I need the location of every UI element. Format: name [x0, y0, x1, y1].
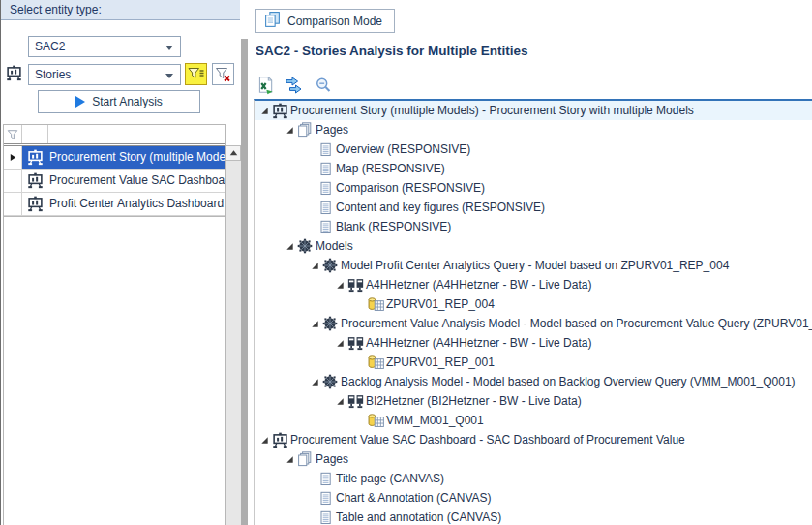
search-icon[interactable] — [314, 76, 333, 95]
tree-node-label: Comparison (RESPONSIVE) — [336, 181, 485, 195]
tree-node-label: Backlog Analysis Model - Model based on … — [341, 375, 796, 388]
story-list-item-label: Procurement Story (multiple Models) — [47, 146, 225, 169]
scroll-up-icon[interactable] — [226, 145, 241, 161]
tree-node[interactable]: VMM_M001_Q001 — [255, 411, 812, 430]
filter-row-icon[interactable] — [4, 125, 22, 143]
entity-subtype-value: Stories — [35, 68, 71, 81]
tree-node[interactable]: Models — [255, 236, 812, 256]
tree-node-label: ZPURV01_REP_004 — [386, 297, 495, 311]
tree-node[interactable]: Procurement Story (multiple Models) - Pr… — [255, 101, 812, 120]
analysis-panel: Comparison Mode SAC2 - Stories Analysis … — [254, 0, 812, 525]
expander-icon[interactable] — [333, 280, 346, 291]
tree-node[interactable]: Pages — [255, 449, 812, 469]
expander-icon[interactable] — [308, 377, 321, 387]
model-icon — [321, 316, 339, 331]
tree-node-label: Map (RESPONSIVE) — [336, 162, 445, 175]
page-icon — [316, 491, 334, 506]
pages-icon — [296, 451, 314, 467]
expander-icon[interactable] — [308, 261, 321, 271]
tree-node[interactable]: Model Profit Center Analytics Query - Mo… — [255, 256, 812, 275]
expander-icon[interactable] — [333, 396, 346, 407]
panel-splitter[interactable] — [241, 39, 248, 525]
tree-node[interactable]: Map (RESPONSIVE) — [255, 159, 812, 178]
story-list-item[interactable]: Procurement Story (multiple Models) — [4, 146, 225, 170]
tree-node-label: VMM_M001_Q001 — [386, 414, 484, 427]
tree-node[interactable]: Procurement Value Analysis Model - Model… — [255, 314, 812, 333]
tree-node[interactable]: Table and annotation (CANVAS) — [255, 508, 812, 525]
tree-node[interactable]: Blank (RESPONSIVE) — [255, 217, 812, 236]
excel-export-icon[interactable] — [256, 76, 275, 95]
tree-node[interactable]: Content and key figures (RESPONSIVE) — [255, 198, 812, 217]
tree-node[interactable]: Comparison (RESPONSIVE) — [255, 178, 812, 198]
tree-toolbar — [256, 76, 333, 95]
expander-icon[interactable] — [257, 106, 271, 116]
tree-node[interactable]: Title page (CANVAS) — [255, 469, 812, 488]
tree-node-label: Pages — [316, 123, 348, 137]
story-list-item[interactable]: Procurement Value SAC Dashboard — [4, 170, 225, 193]
tree-node-label: Pages — [316, 452, 348, 466]
tree-node[interactable]: A4HHetzner (A4HHetzner - BW - Live Data) — [255, 275, 812, 294]
entity-subtype-dropdown[interactable]: Stories — [28, 64, 181, 85]
connection-icon — [346, 335, 364, 352]
chevron-down-icon[interactable] — [165, 46, 173, 50]
tree-node-label: Procurement Value Analysis Model - Model… — [341, 317, 812, 330]
connection-icon — [346, 277, 364, 293]
connection-icon — [346, 393, 364, 410]
entity-type-dropdown[interactable]: SAC2 — [28, 36, 181, 57]
story-list-item[interactable]: Profit Center Analytics Dashboard (Pr — [4, 193, 225, 216]
tree-node[interactable]: Chart & Annotation (CANVAS) — [255, 488, 812, 508]
tree-node[interactable]: ZPURV01_REP_004 — [255, 294, 812, 314]
model-icon — [321, 258, 339, 273]
tree-node-label: Model Profit Center Analytics Query - Mo… — [341, 259, 729, 272]
tree-node[interactable]: Backlog Analysis Model - Model based on … — [255, 372, 812, 391]
expander-icon[interactable] — [333, 338, 346, 349]
tree-node-label: Table and annotation (CANVAS) — [336, 510, 501, 524]
tree-node-label: BI2Hetzner (BI2Hetzner - BW - Live Data) — [366, 394, 582, 408]
app-window: Select entity type: SAC2 Stories Start A… — [0, 0, 812, 525]
page-icon — [316, 472, 334, 486]
tree-node-label: Overview (RESPONSIVE) — [336, 142, 470, 156]
expander-icon[interactable] — [283, 454, 296, 465]
story-list-item-label: Procurement Value SAC Dashboard — [47, 170, 225, 192]
story-icon — [22, 170, 47, 192]
page-icon — [316, 510, 334, 525]
tree-node[interactable]: A4HHetzner (A4HHetzner - BW - Live Data) — [255, 333, 812, 353]
start-analysis-button[interactable]: Start Analysis — [38, 90, 200, 113]
icon-column-header[interactable] — [22, 125, 48, 143]
story-icon — [22, 146, 47, 169]
tree-node-label: Procurement Story (multiple Models) - Pr… — [290, 104, 694, 117]
story-icon — [22, 193, 47, 215]
comparison-mode-label: Comparison Mode — [287, 15, 382, 28]
query-icon — [367, 296, 384, 313]
comparison-pages-icon — [263, 11, 282, 32]
pages-icon — [296, 122, 314, 138]
page-icon — [316, 181, 334, 196]
page-icon — [316, 162, 334, 176]
tree-node[interactable]: Overview (RESPONSIVE) — [255, 139, 812, 159]
list-scrollbar[interactable] — [226, 145, 241, 525]
chevron-down-icon[interactable] — [165, 74, 173, 78]
comparison-mode-button[interactable]: Comparison Mode — [255, 9, 395, 33]
play-icon — [75, 96, 85, 108]
filter-button[interactable] — [185, 63, 207, 85]
tree-node[interactable]: Pages — [255, 120, 812, 139]
query-icon — [367, 413, 384, 429]
entity-selection-panel: Select entity type: SAC2 Stories Start A… — [0, 0, 255, 525]
tree-node[interactable]: Procurement Value SAC Dashboard - SAC Da… — [255, 430, 812, 449]
expander-icon[interactable] — [257, 435, 271, 446]
tree-node[interactable]: BI2Hetzner (BI2Hetzner - BW - Live Data) — [255, 391, 812, 411]
expander-icon[interactable] — [308, 319, 321, 329]
start-analysis-label: Start Analysis — [92, 95, 163, 108]
name-column-header[interactable] — [48, 125, 225, 143]
tree-node-label: Models — [316, 239, 353, 253]
tree-node-label: A4HHetzner (A4HHetzner - BW - Live Data) — [366, 336, 591, 350]
expander-icon[interactable] — [283, 125, 296, 136]
expand-nodes-icon[interactable] — [285, 76, 304, 95]
clear-filter-button[interactable] — [212, 63, 234, 85]
model-icon — [321, 374, 339, 389]
tree-node-label: Blank (RESPONSIVE) — [336, 220, 451, 233]
expander-icon[interactable] — [283, 241, 296, 252]
query-icon — [367, 355, 384, 371]
tree-node[interactable]: ZPURV01_REP_001 — [255, 353, 812, 372]
tree-node-label: Content and key figures (RESPONSIVE) — [336, 201, 545, 214]
